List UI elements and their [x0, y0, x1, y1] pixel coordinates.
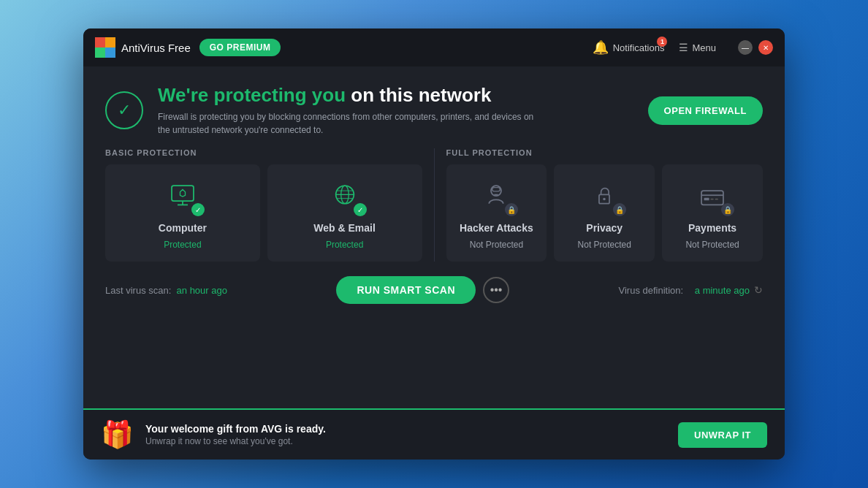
protection-area: BASIC PROTECTION ✓: [105, 148, 763, 262]
svg-rect-4: [172, 186, 194, 201]
open-firewall-button[interactable]: OPEN FIREWALL: [648, 96, 763, 125]
svg-rect-20: [710, 198, 713, 199]
computer-check-badge: ✓: [191, 203, 205, 216]
web-email-card-icon-area: ✓: [323, 176, 367, 216]
title-bar: AntiVirus Free GO PREMIUM 🔔 1 Notificati…: [83, 28, 785, 66]
hacker-attacks-card-status: Not Protected: [470, 240, 523, 250]
gift-icon: 🎁: [101, 419, 134, 450]
svg-rect-19: [704, 197, 709, 200]
sections-divider: [434, 148, 435, 262]
go-premium-button[interactable]: GO PREMIUM: [199, 39, 281, 56]
hacker-attacks-card-title: Hacker Attacks: [460, 222, 533, 234]
hero-text: We're protecting you on this network Fir…: [158, 84, 633, 137]
main-content: ✓ We're protecting you on this network F…: [83, 66, 785, 408]
virus-definition-info: Virus definition: a minute ago ↻: [619, 284, 763, 296]
run-smart-scan-button[interactable]: RUN SMART SCAN: [336, 276, 476, 304]
hero-title-highlight: We're protecting you: [158, 84, 346, 106]
privacy-card-icon-area: 🔒: [582, 176, 626, 216]
app-window: AntiVirus Free GO PREMIUM 🔔 1 Notificati…: [83, 28, 785, 460]
payments-lock-badge: 🔒: [721, 203, 734, 216]
gift-subtitle: Unwrap it now to see what you've got.: [145, 436, 666, 446]
svg-rect-0: [95, 37, 105, 47]
svg-rect-2: [95, 47, 105, 58]
hero-section: ✓ We're protecting you on this network F…: [105, 84, 763, 137]
notification-badge: 1: [657, 37, 667, 47]
more-options-button[interactable]: •••: [483, 277, 509, 303]
last-scan-label: Last virus scan:: [105, 285, 171, 296]
full-protection-section: FULL PROTECTION 🔒: [446, 148, 764, 262]
bell-icon: 🔔: [593, 39, 609, 56]
protection-status-icon: ✓: [105, 91, 143, 129]
scan-buttons: RUN SMART SCAN •••: [336, 276, 509, 304]
checkmark-icon: ✓: [118, 101, 131, 120]
gift-banner: 🎁 Your welcome gift from AVG is ready. U…: [83, 408, 785, 460]
close-button[interactable]: ✕: [758, 40, 773, 55]
basic-protection-section: BASIC PROTECTION ✓: [105, 148, 422, 262]
svg-point-16: [603, 197, 606, 200]
computer-card-icon-area: ✓: [161, 176, 205, 216]
scan-area: Last virus scan: an hour ago RUN SMART S…: [105, 273, 763, 304]
full-protection-label: FULL PROTECTION: [446, 148, 764, 157]
privacy-lock-badge: 🔒: [613, 203, 626, 216]
payments-card-status: Not Protected: [685, 240, 739, 250]
web-email-card-title: Web & Email: [313, 222, 376, 234]
last-scan-info: Last virus scan: an hour ago: [105, 285, 227, 296]
hacker-lock-badge: 🔒: [505, 203, 518, 216]
payments-card-title: Payments: [688, 222, 736, 234]
payments-card-icon-area: 🔒: [690, 176, 734, 216]
web-email-check-badge: ✓: [354, 203, 367, 216]
window-controls: — ✕: [738, 40, 773, 55]
privacy-protection-card[interactable]: 🔒 Privacy Not Protected: [554, 164, 655, 262]
web-email-protection-card[interactable]: ✓ Web & Email Protected: [267, 164, 422, 262]
gift-title: Your welcome gift from AVG is ready.: [145, 423, 666, 435]
avg-logo-icon: [95, 37, 115, 58]
virus-def-time: a minute ago: [695, 285, 750, 296]
hero-subtitle: Firewall is protecting you by blocking c…: [158, 110, 538, 137]
privacy-card-title: Privacy: [586, 222, 623, 234]
computer-card-status: Protected: [164, 240, 201, 250]
computer-protection-card[interactable]: ✓ Computer Protected: [105, 164, 260, 262]
title-bar-right: 🔔 1 Notifications ☰ Menu — ✕: [593, 39, 773, 56]
hamburger-icon: ☰: [679, 42, 688, 53]
privacy-card-status: Not Protected: [578, 240, 631, 250]
virus-def-label: Virus definition:: [619, 285, 684, 296]
svg-rect-13: [492, 187, 500, 191]
svg-rect-3: [105, 47, 115, 58]
last-scan-time: an hour ago: [177, 285, 227, 296]
basic-protection-cards: ✓ Computer Protected: [105, 164, 422, 262]
app-name-label: AntiVirus Free: [121, 42, 191, 54]
basic-protection-label: BASIC PROTECTION: [105, 148, 422, 157]
full-protection-cards: 🔒 Hacker Attacks Not Protected: [446, 164, 764, 262]
unwrap-it-button[interactable]: UNWRAP IT: [678, 422, 767, 448]
payments-protection-card[interactable]: 🔒 Payments Not Protected: [662, 164, 763, 262]
logo-area: AntiVirus Free: [95, 37, 191, 58]
refresh-icon[interactable]: ↻: [754, 284, 763, 296]
hacker-attacks-icon-area: 🔒: [474, 176, 518, 216]
svg-rect-21: [715, 198, 718, 199]
menu-button[interactable]: ☰ Menu: [679, 42, 716, 53]
web-email-card-status: Protected: [326, 240, 363, 250]
hero-title: We're protecting you on this network: [158, 84, 633, 107]
svg-rect-1: [105, 37, 115, 47]
hero-title-rest: on this network: [346, 84, 491, 106]
gift-text: Your welcome gift from AVG is ready. Unw…: [145, 423, 666, 446]
computer-card-title: Computer: [159, 222, 207, 234]
minimize-button[interactable]: —: [738, 40, 753, 55]
menu-label: Menu: [692, 42, 716, 53]
notifications-button[interactable]: 🔔 1 Notifications: [593, 39, 665, 56]
hacker-attacks-card[interactable]: 🔒 Hacker Attacks Not Protected: [446, 164, 547, 262]
